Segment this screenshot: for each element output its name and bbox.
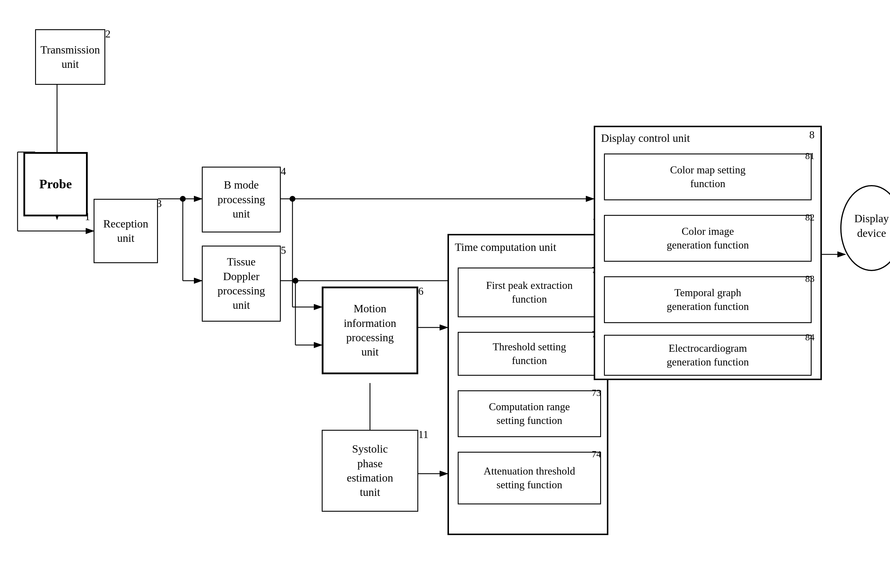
diagram: Probe 1 Transmissionunit 2 Receptionunit…: [0, 0, 890, 588]
motion-info-label: Motioninformationprocessingunit: [344, 302, 396, 359]
attenuation-threshold-label: Attenuation thresholdsetting function: [484, 464, 575, 492]
display-control-group: Display control unit 8 Color map setting…: [594, 126, 822, 380]
motion-info-box: Motioninformationprocessingunit: [322, 286, 418, 374]
attenuation-threshold-num: 74: [592, 449, 601, 460]
svg-point-16: [293, 278, 298, 284]
first-peak-label: First peak extractionfunction: [486, 279, 573, 306]
b-mode-num: 4: [281, 165, 286, 177]
svg-text:Display: Display: [854, 212, 889, 225]
color-image-num: 82: [805, 212, 815, 223]
transmission-unit-box: Transmissionunit: [35, 29, 105, 85]
display-control-label: Display control unit: [601, 132, 690, 144]
probe-label: Probe: [39, 176, 72, 192]
probe-num: 1: [85, 210, 90, 223]
threshold-setting-label: Threshold settingfunction: [493, 340, 566, 368]
color-map-num: 81: [805, 151, 815, 161]
systolic-phase-box: Systolicphaseestimationtunit: [322, 430, 418, 512]
display-device-container: Display device: [839, 184, 890, 272]
temporal-graph-label: Temporal graphgeneration function: [667, 286, 749, 314]
computation-range-num: 73: [592, 387, 601, 398]
display-control-num: 8: [809, 129, 815, 141]
electrocardiogram-label: Electrocardiogramgeneration function: [667, 342, 749, 369]
transmission-num: 2: [105, 28, 111, 40]
svg-point-13: [290, 196, 296, 202]
time-computation-group: Time computation unit 7 First peak extra…: [447, 234, 608, 535]
attenuation-threshold-box: Attenuation thresholdsetting function: [458, 452, 601, 504]
first-peak-box: First peak extractionfunction: [458, 267, 601, 317]
threshold-setting-box: Threshold settingfunction: [458, 332, 601, 376]
temporal-graph-box: Temporal graphgeneration function: [604, 276, 812, 323]
svg-text:device: device: [857, 227, 886, 239]
motion-info-num: 6: [418, 285, 423, 297]
tissue-doppler-label: TissueDopplerprocessingunit: [218, 255, 265, 313]
computation-range-label: Computation rangesetting function: [489, 400, 570, 428]
transmission-unit-label: Transmissionunit: [41, 43, 100, 72]
tissue-doppler-num: 5: [281, 244, 286, 256]
display-device-svg: Display device: [839, 184, 890, 272]
temporal-graph-num: 83: [805, 273, 815, 284]
reception-unit-label: Receptionunit: [103, 217, 148, 246]
electrocardiogram-box: Electrocardiogramgeneration function: [604, 335, 812, 376]
color-map-label: Color map settingfunction: [670, 163, 746, 190]
color-image-label: Color imagegeneration function: [667, 225, 749, 252]
probe-box: Probe: [23, 152, 88, 216]
electrocardiogram-num: 84: [805, 332, 815, 343]
b-mode-box: B modeprocessingunit: [202, 166, 281, 232]
systolic-phase-num: 11: [418, 428, 428, 441]
b-mode-label: B modeprocessingunit: [218, 178, 265, 221]
tissue-doppler-box: TissueDopplerprocessingunit: [202, 246, 281, 322]
time-computation-label: Time computation unit: [455, 241, 556, 254]
color-map-box: Color map settingfunction: [604, 153, 812, 200]
svg-point-9: [180, 196, 186, 202]
systolic-phase-label: Systolicphaseestimationtunit: [347, 442, 393, 500]
computation-range-box: Computation rangesetting function: [458, 390, 601, 437]
color-image-box: Color imagegeneration function: [604, 215, 812, 262]
reception-num: 3: [156, 197, 162, 210]
reception-unit-box: Receptionunit: [94, 199, 158, 263]
